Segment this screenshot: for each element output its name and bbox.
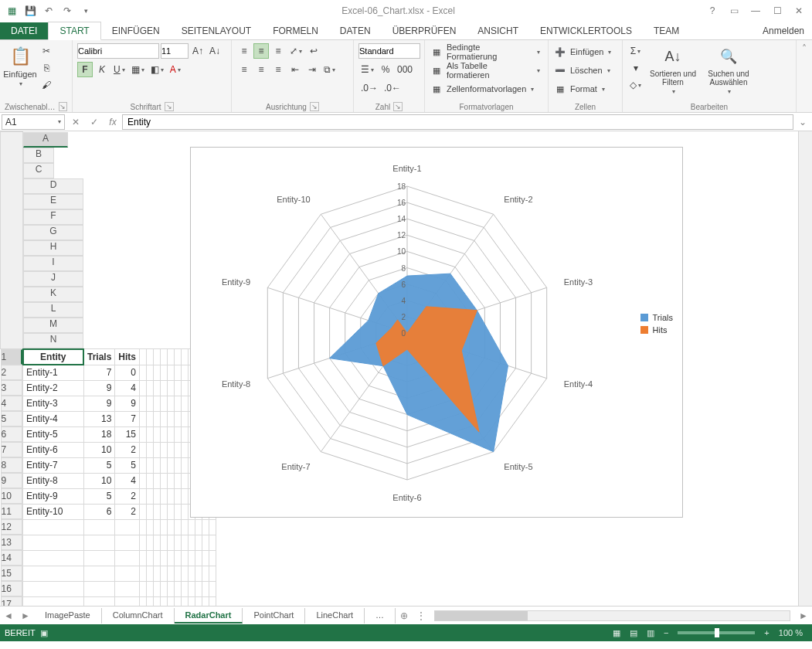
underline-button[interactable]: U▾: [111, 62, 127, 77]
tab-datei[interactable]: DATEI: [0, 22, 48, 39]
tab-team[interactable]: TEAM: [643, 22, 690, 39]
cell-M13[interactable]: [202, 535, 209, 550]
cell-J5[interactable]: [182, 411, 189, 426]
cell-H2[interactable]: [168, 365, 175, 380]
cell-A5[interactable]: Entity-4: [23, 411, 84, 426]
cell-D17[interactable]: [140, 596, 147, 606]
cell-I15[interactable]: [175, 566, 182, 581]
cell-C10[interactable]: 2: [115, 488, 140, 504]
cell-H14[interactable]: [168, 550, 175, 566]
cell-I14[interactable]: [175, 550, 182, 566]
cell-I12[interactable]: [175, 519, 182, 535]
cell-M14[interactable]: [202, 550, 209, 566]
tab-ueberpruefen[interactable]: ÜBERPRÜFEN: [382, 22, 467, 39]
cell-L15[interactable]: [195, 566, 202, 581]
row-header-9[interactable]: 9: [1, 473, 22, 488]
cell-D6[interactable]: [140, 426, 147, 442]
cell-L14[interactable]: [195, 550, 202, 566]
format-as-table-button[interactable]: ▦Als Tabelle formatieren▾: [430, 62, 543, 79]
cell-I16[interactable]: [175, 581, 182, 596]
cell-I6[interactable]: [175, 426, 182, 442]
cell-F16[interactable]: [154, 581, 161, 596]
cell-H5[interactable]: [168, 411, 175, 426]
cell-J1[interactable]: [182, 349, 189, 365]
orientation-icon[interactable]: ⤢▾: [287, 43, 304, 59]
col-header-H[interactable]: H: [23, 240, 83, 256]
cell-B8[interactable]: 5: [83, 457, 115, 473]
cell-D7[interactable]: [140, 442, 147, 457]
cell-E14[interactable]: [147, 550, 154, 566]
col-header-E[interactable]: E: [23, 194, 83, 209]
cell-A7[interactable]: Entity-6: [23, 442, 84, 457]
cell-F17[interactable]: [154, 596, 161, 606]
align-bottom-icon[interactable]: ≡: [270, 43, 286, 59]
cell-F12[interactable]: [154, 519, 161, 535]
cell-C4[interactable]: 9: [115, 396, 140, 411]
cell-D5[interactable]: [140, 411, 147, 426]
col-header-A[interactable]: A: [23, 132, 68, 148]
cell-E8[interactable]: [147, 457, 154, 473]
format-painter-icon[interactable]: 🖌: [39, 77, 54, 93]
tab-entwicklertools[interactable]: ENTWICKLERTOOLS: [529, 22, 643, 39]
cell-D1[interactable]: [140, 349, 147, 365]
align-center-icon[interactable]: ≡: [253, 62, 269, 77]
row-header-10[interactable]: 10: [1, 488, 22, 504]
decrease-decimal-icon[interactable]: .0←: [382, 80, 403, 96]
cell-A17[interactable]: [23, 596, 84, 606]
cell-J16[interactable]: [182, 581, 189, 596]
cell-G14[interactable]: [161, 550, 168, 566]
thousands-format-icon[interactable]: 000: [395, 62, 415, 77]
align-left-icon[interactable]: ≡: [236, 62, 252, 77]
fill-icon[interactable]: ▾: [627, 60, 644, 76]
accounting-format-icon[interactable]: ☰▾: [358, 62, 376, 77]
cell-H4[interactable]: [168, 396, 175, 411]
sheet-tab-imagepaste[interactable]: ImagePaste: [34, 608, 102, 624]
cell-E4[interactable]: [147, 396, 154, 411]
cell-B11[interactable]: 6: [83, 504, 115, 519]
cell-M12[interactable]: [202, 519, 209, 535]
col-header-N[interactable]: N: [23, 333, 83, 348]
cell-E10[interactable]: [147, 488, 154, 504]
cell-C3[interactable]: 4: [115, 380, 140, 396]
cell-J2[interactable]: [182, 365, 189, 380]
row-header-12[interactable]: 12: [1, 519, 22, 535]
cell-I7[interactable]: [175, 442, 182, 457]
cell-A4[interactable]: Entity-3: [23, 396, 84, 411]
sheet-tab-columnchart[interactable]: ColumnChart: [102, 608, 175, 624]
cell-G10[interactable]: [161, 488, 168, 504]
decrease-indent-icon[interactable]: ⇤: [287, 62, 303, 77]
cell-C2[interactable]: 0: [115, 365, 140, 380]
row-header-15[interactable]: 15: [1, 566, 22, 581]
cell-J11[interactable]: [182, 504, 189, 519]
row-header-1[interactable]: 1: [1, 349, 22, 365]
align-top-icon[interactable]: ≡: [236, 43, 252, 59]
cell-G1[interactable]: [161, 349, 168, 365]
dialog-launcher-icon[interactable]: ↘: [393, 102, 403, 111]
horizontal-scrollbar[interactable]: [434, 610, 790, 621]
tab-daten[interactable]: DATEN: [329, 22, 382, 39]
cell-C6[interactable]: 15: [115, 426, 140, 442]
col-header-G[interactable]: G: [23, 225, 83, 240]
cell-M16[interactable]: [202, 581, 209, 596]
signin-link[interactable]: Anmelden: [755, 22, 812, 39]
cell-L12[interactable]: [195, 519, 202, 535]
cell-F7[interactable]: [154, 442, 161, 457]
cell-C14[interactable]: [115, 550, 140, 566]
align-right-icon[interactable]: ≡: [270, 62, 286, 77]
radar-chart[interactable]: 024681012141618Entity-1Entity-2Entity-3E…: [190, 147, 683, 518]
cell-J14[interactable]: [182, 550, 189, 566]
cell-G17[interactable]: [161, 596, 168, 606]
cell-N12[interactable]: [209, 519, 216, 535]
cell-J17[interactable]: [182, 596, 189, 606]
sort-filter-button[interactable]: A↓ Sortieren und Filtern▾: [647, 43, 699, 101]
fx-icon[interactable]: fx: [104, 117, 122, 127]
row-header-11[interactable]: 11: [1, 504, 22, 519]
cell-I5[interactable]: [175, 411, 182, 426]
cell-K12[interactable]: [189, 519, 195, 535]
row-header-4[interactable]: 4: [1, 396, 22, 411]
cell-J9[interactable]: [182, 473, 189, 488]
cell-I11[interactable]: [175, 504, 182, 519]
fill-color-icon[interactable]: ◧▾: [148, 62, 166, 77]
cell-E5[interactable]: [147, 411, 154, 426]
cell-F11[interactable]: [154, 504, 161, 519]
